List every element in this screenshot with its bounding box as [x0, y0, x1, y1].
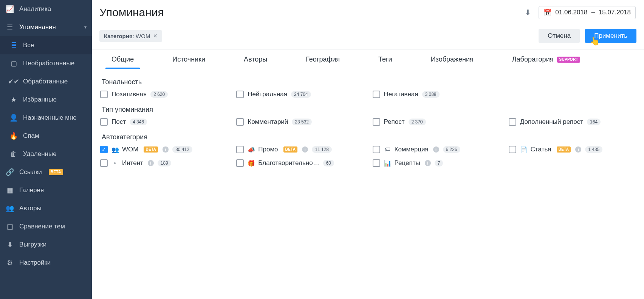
option-neutral[interactable]: Нейтральная 24 704: [236, 91, 363, 98]
tab-images[interactable]: Изображения: [425, 49, 480, 69]
tab-geography[interactable]: География: [300, 49, 346, 69]
sidebar-item-settings[interactable]: ⚙ Настройки: [0, 254, 92, 272]
star-icon: ★: [9, 96, 18, 104]
checkbox[interactable]: [373, 118, 380, 126]
option-repost[interactable]: Репост 2 370: [373, 118, 500, 126]
count-badge: 189: [158, 160, 171, 166]
option-article[interactable]: 📄 Статья BETA i 1 435: [509, 146, 636, 153]
checkbox[interactable]: [373, 146, 380, 153]
sidebar-item-analytics[interactable]: 📈 Аналитика: [0, 0, 92, 18]
chip-key: Категория: [104, 33, 133, 39]
sidebar-item-label: Назначенные мне: [23, 114, 77, 122]
option-extrepost[interactable]: Дополненный репост 164: [509, 118, 636, 126]
option-wom[interactable]: ✓ 👥 WOM BETA i 30 412: [100, 146, 227, 153]
option-promo[interactable]: 📣 Промо BETA i 11 128: [236, 146, 363, 153]
option-label: Пост: [111, 118, 126, 126]
compare-icon: ◫: [6, 222, 14, 231]
grid-icon: ▦: [6, 186, 14, 194]
sidebar-item-label: Избранные: [23, 96, 57, 103]
close-icon[interactable]: ✕: [153, 33, 158, 39]
filter-tabs: Общие Источники Авторы География Теги Из…: [92, 49, 644, 69]
option-intent[interactable]: ⌖ Интент i 189: [100, 159, 227, 167]
option-label: Негативная: [384, 91, 418, 98]
option-label: Нейтральная: [248, 91, 287, 98]
option-label: Позитивная: [111, 91, 147, 98]
option-commerce[interactable]: 🏷 Коммерция i 6 226: [373, 146, 500, 153]
count-badge: 7: [435, 160, 443, 166]
option-label: Комментарий: [248, 118, 288, 126]
people-icon: 👥: [6, 204, 14, 213]
option-comment[interactable]: Комментарий 23 532: [236, 118, 363, 126]
sidebar-item-exports[interactable]: ⬇ Выгрузки: [0, 236, 92, 254]
sidebar-item-assigned[interactable]: 👤 Назначенные мне: [0, 109, 92, 127]
sidebar-item-unprocessed[interactable]: ▢ Необработанные: [0, 54, 92, 72]
gear-icon: ⚙: [6, 259, 14, 267]
cancel-button[interactable]: Отмена: [539, 29, 580, 43]
sidebar-item-compare[interactable]: ◫ Сравнение тем: [0, 217, 92, 236]
chart-icon: 📊: [384, 160, 391, 167]
info-icon[interactable]: i: [163, 146, 169, 153]
count-badge: 30 412: [172, 146, 192, 153]
checkbox[interactable]: ✓: [100, 146, 108, 153]
option-label: Интент: [122, 159, 143, 167]
checkbox[interactable]: [509, 146, 516, 153]
checkbox[interactable]: [236, 159, 244, 167]
option-label: Коммерция: [395, 146, 429, 153]
topbar: Упоминания ⬇ 📅 01.06.2018 – 15.07.2018: [92, 0, 644, 25]
sidebar-item-links[interactable]: 🔗 Ссылки BETA: [0, 163, 92, 181]
checkbox[interactable]: [100, 91, 108, 98]
chip-value: : WOM: [133, 33, 150, 39]
checkbox[interactable]: [236, 146, 244, 153]
sidebar-item-deleted[interactable]: 🗑 Удаленные: [0, 145, 92, 163]
count-badge: 23 532: [292, 119, 312, 125]
count-badge: 3 088: [422, 91, 440, 98]
tab-laboratory[interactable]: Лаборатория SUPPORT: [506, 49, 586, 69]
checkbox[interactable]: [100, 118, 108, 126]
info-icon[interactable]: i: [148, 160, 154, 166]
square-icon: ▢: [9, 59, 18, 68]
info-icon[interactable]: i: [575, 146, 581, 153]
tab-tags[interactable]: Теги: [372, 49, 398, 69]
download-icon[interactable]: ⬇: [522, 6, 533, 19]
sidebar-item-label: Обработанные: [23, 78, 68, 85]
info-icon[interactable]: i: [433, 146, 439, 153]
date-range-picker[interactable]: 📅 01.06.2018 – 15.07.2018: [539, 6, 636, 19]
tab-authors[interactable]: Авторы: [238, 49, 273, 69]
sidebar-item-all[interactable]: ≣ Все: [0, 36, 92, 54]
checkbox[interactable]: [236, 118, 244, 126]
checkbox[interactable]: [373, 159, 380, 167]
sidebar-item-label: Аналитика: [19, 5, 51, 13]
sidebar-item-label: Необработанные: [23, 60, 74, 67]
sidebar-item-label: Спам: [23, 132, 39, 140]
checkbox[interactable]: [236, 91, 244, 98]
sidebar-item-mentions[interactable]: ☰ Упоминания ▾: [0, 18, 92, 36]
option-post[interactable]: Пост 4 346: [100, 118, 227, 126]
section-title-tone: Тональность: [102, 78, 636, 86]
tab-sources[interactable]: Источники: [166, 49, 211, 69]
sidebar-item-favorites[interactable]: ★ Избранные: [0, 91, 92, 109]
sidebar-item-processed[interactable]: ✔✔ Обработанные: [0, 72, 92, 91]
tab-general[interactable]: Общие: [105, 49, 140, 69]
option-charity[interactable]: 🎁 Благотворительно… 60: [236, 159, 363, 167]
option-negative[interactable]: Негативная 3 088: [373, 91, 500, 98]
apply-button[interactable]: Применить 👆: [585, 29, 636, 43]
count-badge: 1 435: [585, 146, 602, 153]
option-recipes[interactable]: 📊 Рецепты i 7: [373, 159, 500, 167]
sidebar-item-authors[interactable]: 👥 Авторы: [0, 199, 92, 217]
checkbox[interactable]: [373, 91, 380, 98]
article-icon: 📄: [520, 146, 527, 153]
calendar-icon: 📅: [543, 9, 551, 17]
target-icon: ⌖: [111, 160, 118, 166]
info-icon[interactable]: i: [302, 146, 308, 153]
sidebar-item-gallery[interactable]: ▦ Галерея: [0, 181, 92, 199]
checkbox[interactable]: [509, 118, 516, 126]
sidebar-item-spam[interactable]: 🔥 Спам: [0, 127, 92, 145]
checkbox[interactable]: [100, 159, 108, 167]
sidebar-submenu-mentions: ≣ Все ▢ Необработанные ✔✔ Обработанные ★…: [0, 36, 92, 163]
filter-chip-category[interactable]: Категория: WOM ✕: [99, 30, 162, 42]
page-title: Упоминания: [99, 6, 164, 19]
option-positive[interactable]: Позитивная 2 620: [100, 91, 227, 98]
count-badge: 4 346: [130, 119, 147, 125]
tab-label: Лаборатория: [512, 55, 554, 63]
info-icon[interactable]: i: [425, 160, 431, 166]
